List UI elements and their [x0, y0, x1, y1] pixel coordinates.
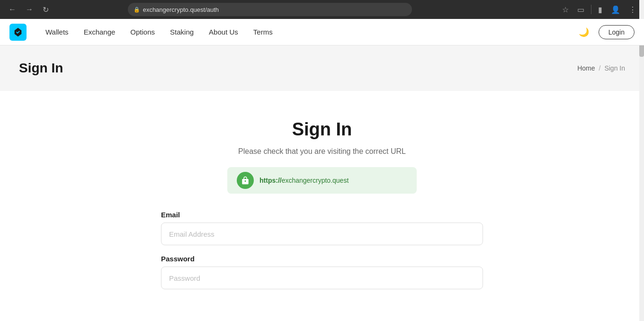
address-bar[interactable]: 🔒 exchangercrypto.quest/auth	[128, 3, 412, 16]
nav-options[interactable]: Options	[123, 19, 162, 45]
url-domain: exchangercrypto.quest	[282, 177, 349, 184]
browser-actions: ☆ ▭ ▮ 👤 ⋮	[560, 3, 638, 16]
back-button[interactable]: ←	[6, 3, 19, 16]
email-label: Email	[161, 211, 483, 219]
url-verification-banner: https://exchangercrypto.quest	[227, 167, 417, 194]
divider	[591, 5, 591, 14]
dark-mode-toggle[interactable]: 🌙	[577, 25, 591, 39]
url-lock-icon	[237, 172, 254, 189]
signin-heading: Sign In	[292, 119, 352, 140]
breadcrumb-separator: /	[599, 64, 601, 72]
nav-about-us[interactable]: About Us	[201, 19, 246, 45]
main-content: Sign In Please check that you are visiti…	[0, 91, 644, 321]
profile-button[interactable]: 👤	[609, 3, 622, 16]
breadcrumb-current: Sign In	[604, 64, 625, 72]
nav-terms[interactable]: Terms	[246, 19, 280, 45]
email-input[interactable]	[161, 223, 483, 245]
password-input[interactable]	[161, 267, 483, 289]
extensions-button[interactable]: ▭	[575, 3, 586, 16]
nav-exchange[interactable]: Exchange	[76, 19, 123, 45]
breadcrumb: Home / Sign In	[577, 64, 625, 72]
page-title: Sign In	[19, 61, 63, 76]
security-icon: 🔒	[134, 7, 140, 13]
nav-staking[interactable]: Staking	[162, 19, 201, 45]
login-button[interactable]: Login	[599, 25, 635, 39]
browser-chrome: ← → ↻ 🔒 exchangercrypto.quest/auth ☆ ▭ ▮…	[0, 0, 644, 19]
email-group: Email	[161, 211, 483, 245]
navbar-links: Wallets Exchange Options Staking About U…	[38, 19, 577, 45]
refresh-button[interactable]: ↻	[40, 3, 52, 16]
password-group: Password	[161, 255, 483, 289]
password-label: Password	[161, 255, 483, 263]
sidebar-toggle-button[interactable]: ▮	[596, 3, 604, 16]
navbar-right: 🌙 Login	[577, 25, 635, 39]
nav-wallets[interactable]: Wallets	[38, 19, 76, 45]
url-text: exchangercrypto.quest/auth	[143, 6, 219, 13]
navbar: Wallets Exchange Options Staking About U…	[0, 19, 644, 45]
breadcrumb-home[interactable]: Home	[577, 64, 595, 72]
page-header: Sign In Home / Sign In	[0, 45, 644, 91]
forward-button[interactable]: →	[23, 3, 36, 16]
signin-form: Email Password	[161, 211, 483, 299]
bookmark-button[interactable]: ☆	[560, 3, 571, 16]
signin-subtitle: Please check that you are visiting the c…	[238, 147, 406, 156]
scrollbar[interactable]	[639, 0, 644, 321]
menu-button[interactable]: ⋮	[627, 3, 638, 16]
url-prefix: https://	[259, 177, 282, 184]
site-logo[interactable]	[9, 24, 27, 41]
url-verification-text: https://exchangercrypto.quest	[259, 177, 349, 184]
